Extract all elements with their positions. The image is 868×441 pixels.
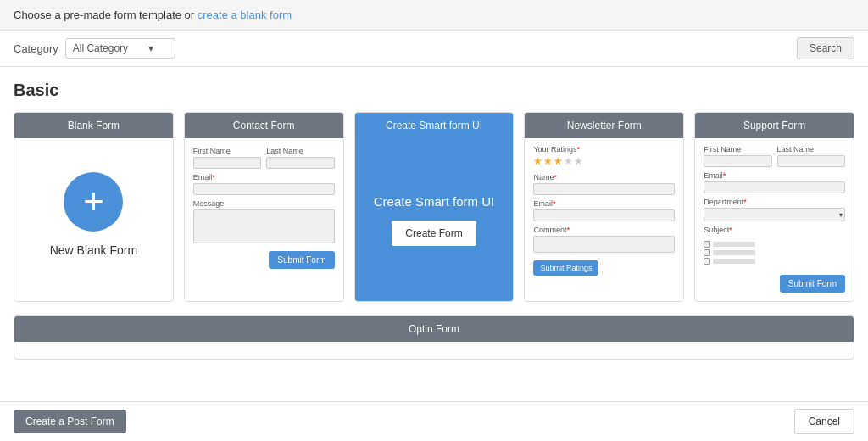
checkbox-item-3	[704, 258, 845, 265]
support-mini-form: First Name Last Name Email* Departme	[704, 145, 845, 293]
ratings-field: Your Ratings* ★ ★ ★ ★ ★	[533, 145, 675, 169]
top-bar: Choose a pre-made form template or creat…	[0, 0, 868, 31]
blank-form-body: + New Blank Form	[14, 138, 173, 301]
support-subject-label: Subject*	[704, 226, 845, 234]
main-content: Basic Blank Form + New Blank Form Contac…	[0, 67, 868, 387]
smart-form-header: Create Smart form UI	[355, 113, 514, 138]
newsletter-mini-form: Your Ratings* ★ ★ ★ ★ ★ Name*	[533, 145, 675, 276]
checkbox-1[interactable]	[704, 241, 710, 248]
support-first-input[interactable]	[704, 155, 771, 167]
smart-form-title: Create Smart form UI	[374, 194, 495, 209]
support-first-name: First Name	[704, 145, 771, 167]
support-last-label: Last Name	[777, 145, 845, 154]
blank-form-card[interactable]: Blank Form + New Blank Form	[14, 112, 174, 302]
email-input[interactable]	[193, 183, 335, 195]
nl-comment-label: Comment*	[533, 226, 675, 234]
top-bar-text: Choose a pre-made form template or	[14, 8, 198, 21]
smart-create-button[interactable]: Create Form	[392, 220, 476, 246]
last-name-field: Last Name	[266, 147, 334, 169]
support-dept-field: Department* ▾	[704, 198, 845, 221]
checkbox-3-label	[713, 259, 755, 264]
star-rating[interactable]: ★ ★ ★ ★ ★	[533, 155, 675, 167]
star-4: ★	[564, 155, 573, 167]
contact-form-header: Contact Form	[185, 113, 343, 138]
message-textarea[interactable]	[193, 209, 335, 243]
first-name-label: First Name	[193, 147, 261, 155]
contact-form-card[interactable]: Contact Form First Name Last Name	[184, 112, 344, 302]
first-name-field: First Name	[193, 147, 261, 169]
section-title: Basic	[14, 81, 854, 100]
optin-form-card[interactable]: Optin Form	[14, 315, 854, 360]
cards-row-2: Optin Form	[14, 315, 854, 360]
plus-circle: +	[64, 172, 123, 232]
newsletter-form-body: Your Ratings* ★ ★ ★ ★ ★ Name*	[525, 138, 683, 301]
contact-submit-btn[interactable]: Submit Form	[269, 251, 334, 269]
support-checkboxes	[704, 241, 845, 265]
support-name-row: First Name Last Name	[704, 145, 845, 167]
support-form-header: Support Form	[695, 113, 854, 138]
filter-bar: Category All Category ▾ Search	[0, 31, 868, 67]
checkbox-2[interactable]	[704, 249, 710, 256]
message-field: Message	[193, 199, 335, 243]
chevron-down-icon: ▾	[148, 42, 153, 54]
support-form-card[interactable]: Support Form First Name Last Name	[694, 112, 854, 302]
newsletter-submit-btn[interactable]: Submit Ratings	[533, 260, 598, 276]
smart-form-body: Create Smart form UI Create Form	[355, 138, 514, 301]
nl-comment-field: Comment*	[533, 226, 675, 253]
support-submit-btn[interactable]: Submit Form	[780, 275, 845, 293]
support-dept-label: Department*	[704, 198, 845, 206]
star-5: ★	[574, 155, 583, 167]
nl-name-label: Name*	[533, 173, 675, 181]
checkbox-2-label	[713, 250, 755, 255]
support-form-body: First Name Last Name Email* Departme	[695, 138, 854, 301]
newsletter-form-card[interactable]: Newsletter Form Your Ratings* ★ ★ ★ ★ ★	[524, 112, 684, 302]
contact-form-body: First Name Last Name Email* Message	[185, 138, 343, 301]
category-dropdown[interactable]: All Category ▾	[65, 38, 175, 59]
select-arrow-icon: ▾	[839, 211, 843, 219]
support-dept-select[interactable]: ▾	[704, 208, 845, 221]
category-value: All Category	[73, 42, 128, 54]
name-row: First Name Last Name	[193, 147, 335, 169]
last-name-label: Last Name	[266, 147, 334, 155]
blank-form-label: New Blank Form	[50, 243, 137, 257]
nl-email-input[interactable]	[533, 209, 675, 221]
nl-name-input[interactable]	[533, 183, 675, 195]
create-blank-link[interactable]: create a blank form	[198, 8, 292, 21]
smart-form-card[interactable]: Create Smart form UI Create Smart form U…	[354, 112, 515, 302]
support-subject-field: Subject*	[704, 226, 845, 234]
optin-form-body	[14, 342, 854, 359]
nl-email-label: Email*	[533, 199, 675, 208]
nl-comment-input[interactable]	[533, 236, 675, 253]
support-email-field: Email*	[704, 171, 845, 193]
optin-form-header: Optin Form	[14, 316, 854, 342]
ratings-label: Your Ratings*	[533, 145, 675, 154]
plus-icon: +	[83, 184, 104, 220]
checkbox-item-1	[704, 241, 845, 248]
support-email-input[interactable]	[704, 181, 845, 193]
nl-email-field: Email*	[533, 199, 675, 221]
support-last-name: Last Name	[777, 145, 845, 167]
contact-mini-form: First Name Last Name Email* Message	[193, 147, 335, 269]
blank-form-header: Blank Form	[14, 113, 173, 138]
star-3: ★	[554, 155, 563, 167]
last-name-input[interactable]	[266, 157, 334, 169]
support-email-label: Email*	[704, 171, 845, 180]
checkbox-3[interactable]	[704, 258, 710, 265]
checkbox-1-label	[713, 242, 755, 247]
checkbox-item-2	[704, 249, 845, 256]
newsletter-form-header: Newsletter Form	[525, 113, 683, 138]
support-first-label: First Name	[704, 145, 771, 154]
category-label: Category	[14, 42, 58, 55]
star-1: ★	[533, 155, 542, 167]
nl-name-field: Name*	[533, 173, 675, 195]
email-field: Email*	[193, 173, 335, 195]
star-2: ★	[543, 155, 553, 167]
email-label: Email*	[193, 173, 335, 181]
cards-row-1: Blank Form + New Blank Form Contact Form…	[14, 112, 854, 302]
search-button[interactable]: Search	[797, 37, 854, 59]
message-label: Message	[193, 199, 335, 208]
support-last-input[interactable]	[777, 155, 845, 167]
first-name-input[interactable]	[193, 157, 261, 169]
